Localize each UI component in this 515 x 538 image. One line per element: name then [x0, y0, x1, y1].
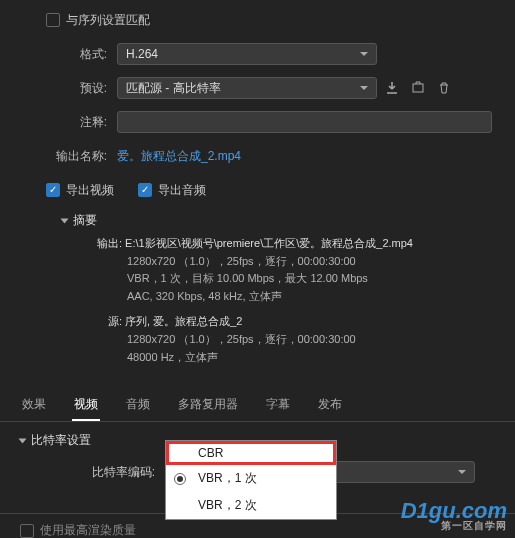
- summary-source: 源: 序列, 爱。旅程总合成_2 1280x720 （1.0），25fps，逐行…: [87, 313, 503, 366]
- match-sequence-checkbox[interactable]: [46, 13, 60, 27]
- download-preset-icon[interactable]: [381, 77, 403, 99]
- tab-video[interactable]: 视频: [72, 390, 100, 421]
- bitrate-encoding-label: 比特率编码:: [20, 464, 165, 481]
- comment-input[interactable]: [117, 111, 492, 133]
- delete-preset-icon[interactable]: [433, 77, 455, 99]
- export-video-checkbox[interactable]: [46, 183, 60, 197]
- max-quality-label: 使用最高渲染质量: [40, 522, 136, 538]
- preset-dropdown[interactable]: 匹配源 - 高比特率: [117, 77, 377, 99]
- tab-publish[interactable]: 发布: [316, 390, 344, 421]
- output-name-label: 输出名称:: [12, 148, 117, 165]
- comment-label: 注释:: [12, 114, 117, 131]
- tab-captions[interactable]: 字幕: [264, 390, 292, 421]
- preset-value: 匹配源 - 高比特率: [126, 80, 221, 97]
- summary-output: 输出: E:\1影视区\视频号\premiere\工作区\爱。旅程总合成_2.m…: [87, 235, 503, 305]
- watermark: D1gu.com 第一区自学网: [401, 501, 507, 530]
- output-name-link[interactable]: 爱。旅程总合成_2.mp4: [117, 148, 241, 165]
- export-audio-label: 导出音频: [158, 182, 206, 199]
- format-dropdown[interactable]: H.264: [117, 43, 377, 65]
- tab-audio[interactable]: 音频: [124, 390, 152, 421]
- svg-rect-0: [413, 84, 423, 92]
- chevron-down-icon[interactable]: [61, 218, 69, 223]
- tab-effects[interactable]: 效果: [20, 390, 48, 421]
- tab-multiplexer[interactable]: 多路复用器: [176, 390, 240, 421]
- radio-selected-icon: [174, 473, 186, 485]
- bitrate-encoding-menu: CBR VBR，1 次 VBR，2 次: [165, 440, 337, 520]
- option-vbr-2pass[interactable]: VBR，2 次: [166, 492, 336, 519]
- export-video-label: 导出视频: [66, 182, 114, 199]
- option-cbr[interactable]: CBR: [166, 441, 336, 465]
- match-sequence-label: 与序列设置匹配: [66, 12, 150, 29]
- preset-label: 预设:: [12, 80, 117, 97]
- summary-title: 摘要: [73, 212, 97, 229]
- max-quality-checkbox[interactable]: [20, 524, 34, 538]
- format-label: 格式:: [12, 46, 117, 63]
- option-vbr-1pass[interactable]: VBR，1 次: [166, 465, 336, 492]
- format-value: H.264: [126, 47, 158, 61]
- export-audio-checkbox[interactable]: [138, 183, 152, 197]
- chevron-down-icon[interactable]: [19, 438, 27, 443]
- import-preset-icon[interactable]: [407, 77, 429, 99]
- bitrate-section-title: 比特率设置: [31, 432, 91, 449]
